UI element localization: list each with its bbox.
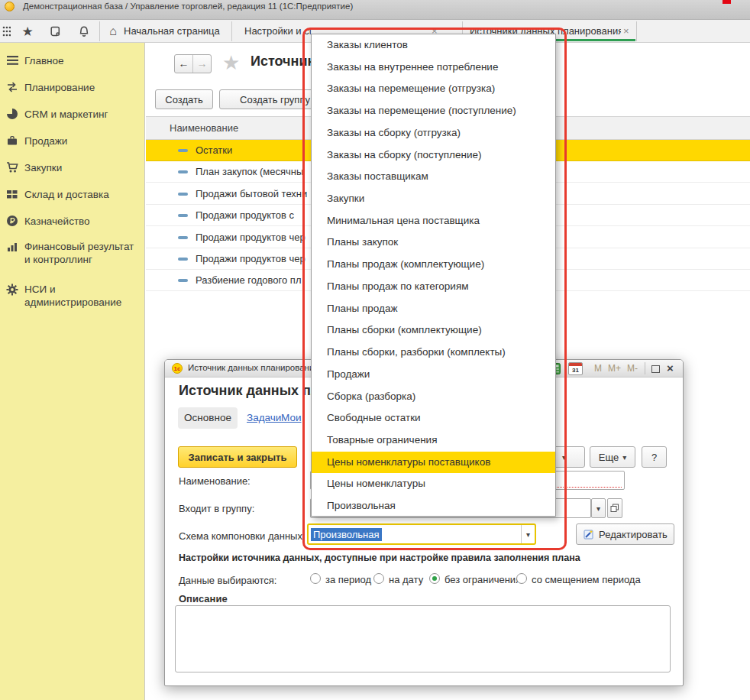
help-button[interactable]: ? [642,446,667,468]
dialog-tab-notes[interactable]: Мои [281,412,301,423]
dropdown-item[interactable]: Планы продаж по категориям [312,276,555,298]
window-titlebar: Демонстрационная база / Управление торго… [0,0,750,20]
group-label: Входит в группу: [179,503,254,514]
calc-memory-button[interactable]: M [594,363,602,374]
radio-so-smescheniem[interactable] [516,573,527,584]
scheme-combobox[interactable]: Произвольная ▾ [307,523,536,545]
maximize-icon[interactable] [651,365,660,373]
bell-icon [78,25,90,37]
item-dash-icon [178,149,188,152]
dropdown-item[interactable]: Заказы на внутреннее потребление [312,57,555,79]
1c-logo-icon: 1с [172,363,183,374]
dropdown-item[interactable]: Заказы поставщикам [312,166,555,188]
dropdown-item[interactable]: Закупки [312,188,555,210]
bar-chart-icon [5,240,19,254]
hamburger-icon [5,53,19,67]
dropdown-item[interactable]: Продажи [312,364,555,386]
settings-section-header: Настройки источника данных, доступные пр… [179,553,580,563]
calendar-icon[interactable]: 31 [568,362,583,375]
tab-settings[interactable]: Настройки и справочники [244,20,312,43]
notifications-icon[interactable] [75,20,93,43]
app-window: Демонстрационная база / Управление торго… [0,0,750,700]
name-label: Наименование: [179,475,251,487]
group-open-button[interactable] [607,498,622,518]
dropdown-item[interactable]: Заказы на перемещение (поступление) [312,100,555,122]
caret-down-icon: ▾ [622,453,626,462]
toolbar-separator [99,21,100,41]
group-dropdown-button[interactable]: ▾ [591,498,606,518]
radio-na-datu[interactable] [373,573,384,584]
calc-memory-plus-button[interactable]: M+ [608,363,621,374]
window-title: Демонстрационная база / Управление торго… [23,2,353,11]
back-icon[interactable]: ← [175,55,192,73]
dropdown-item[interactable]: Заказы клиентов [312,34,555,57]
dropdown-item[interactable]: Планы сборки (комплектующие) [312,319,555,342]
caret-down-icon: ▾ [562,453,566,462]
scroll-icon [49,25,61,37]
planning-icon [5,80,19,94]
bag-icon [5,134,19,147]
column-header-name: Наименование [170,122,238,134]
radio-za-period[interactable] [310,573,321,584]
combo-caret-icon[interactable]: ▾ [521,525,535,543]
item-dash-icon [178,170,188,173]
favorites-icon[interactable]: ★ [18,20,37,43]
tab-separator [231,21,232,41]
dialog-tab-main[interactable]: Основное [178,407,238,429]
item-dash-icon [178,193,188,196]
grid-icon [5,187,19,201]
forward-icon[interactable]: → [192,55,211,73]
dropdown-item-highlighted[interactable]: Цены номенклатуры поставщиков [312,452,555,474]
item-dash-icon [178,236,188,239]
dropdown-item[interactable]: Планы закупок [312,232,555,254]
gear-icon [5,283,19,297]
titlebar-separator [645,362,645,374]
nav-history-buttons: ← → [174,54,212,73]
service-menu-icon[interactable] [0,20,12,43]
radio-bez-ogranicheniya[interactable] [429,573,440,584]
dialog-heading: Источник данных пл [179,383,319,399]
open-icon [610,504,619,513]
dots-grid-icon [2,26,11,37]
dropdown-item[interactable]: Цены номенклатуры [312,473,555,495]
ruble-coin-icon [5,214,19,228]
item-dash-icon [178,214,188,217]
dropdown-item[interactable]: Заказы на сборку (поступление) [312,144,555,167]
close-icon[interactable]: × [667,361,674,374]
dialog-tab-tasks[interactable]: Задачи [247,412,281,423]
scheme-value: Произвольная [311,528,382,541]
dropdown-item[interactable]: Свободные остатки [312,407,555,429]
history-icon[interactable] [46,20,64,43]
cart-icon [5,160,19,174]
dropdown-item[interactable]: Планы продаж [312,298,555,320]
create-button[interactable]: Создать [155,89,213,109]
dropdown-item[interactable]: Произвольная [312,495,555,517]
section-panel: Главное Планирование CRM и маркетинг Про… [0,43,145,700]
description-textarea[interactable] [175,605,671,672]
dropdown-item[interactable]: Планы сборки, разборки (комплекты) [312,342,555,364]
description-label: Описание [179,593,228,604]
item-dash-icon [178,279,188,282]
home-icon[interactable]: ⌂ [105,20,121,43]
dropdown-item[interactable]: Товарные ограничения [312,429,555,452]
window-close-button-fragment[interactable] [723,0,731,4]
dropdown-item[interactable]: Минимальная цена поставщика [312,210,555,232]
tab-separator [636,21,637,41]
dropdown-item[interactable]: Заказы на перемещение (отгрузка) [312,78,555,100]
dialog-title: Источник данных планирования: [188,363,322,372]
edit-wand-icon [583,528,595,540]
dropdown-item[interactable]: Планы продаж (комплектующие) [312,254,555,276]
scheme-dropdown-list: Заказы клиентов Заказы на внутреннее пот… [311,34,556,517]
favorite-star-icon[interactable]: ★ [222,51,240,75]
pie-chart-icon [5,107,19,121]
dropdown-item[interactable]: Заказы на сборку (отгрузка) [312,122,555,144]
edit-scheme-button[interactable]: Редактировать [576,523,674,545]
scheme-label: Схема компоновки данных: [179,530,305,542]
save-close-button[interactable]: Записать и закрыть [178,446,297,468]
more-button[interactable]: Еще▾ [590,446,635,468]
tab-home[interactable]: Начальная страница [124,20,220,43]
item-dash-icon [178,258,188,261]
calc-memory-minus-button[interactable]: M- [627,363,638,374]
app-icon [5,2,15,11]
dropdown-item[interactable]: Сборка (разборка) [312,386,555,408]
